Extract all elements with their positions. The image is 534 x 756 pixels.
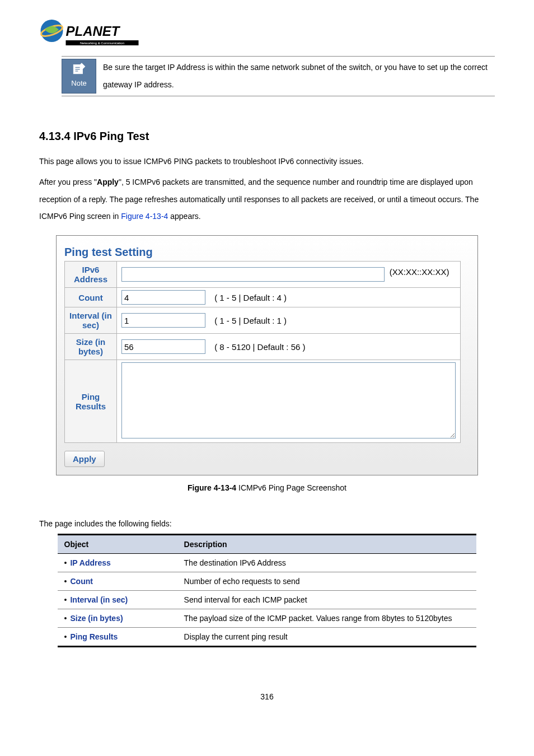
planet-logo: PLANET Networking & Communication	[39, 17, 146, 50]
intro-2a: After you press "	[39, 178, 97, 186]
field-description: The payload size of the ICMP packet. Val…	[177, 609, 477, 628]
figure-caption: Figure 4-13-4 ICMPv6 Ping Page Screensho…	[39, 483, 495, 492]
field-description: Display the current ping result	[177, 628, 477, 647]
input-ipv6-address[interactable]	[121, 267, 385, 282]
fields-row: •Ping Results Display the current ping r…	[58, 628, 477, 647]
fields-table: Object Description •IP Address The desti…	[58, 534, 477, 647]
hint-size: ( 8 - 5120 | Default : 56 )	[214, 342, 305, 352]
fields-row: •Count Number of echo requests to send	[58, 572, 477, 591]
bullet-icon: •	[64, 595, 67, 604]
label-size: Size (in bytes)	[65, 334, 117, 360]
fields-row: •Interval (in sec) Send interval for eac…	[58, 591, 477, 609]
textarea-results[interactable]	[121, 362, 456, 438]
fields-header-object: Object	[58, 535, 177, 554]
note-badge: Note	[62, 59, 96, 94]
intro-2-bold: Apply	[97, 178, 119, 186]
logo-tagline-text: Networking & Communication	[80, 41, 124, 45]
field-object: Size (in bytes)	[70, 614, 123, 623]
row-results: Ping Results	[65, 360, 461, 443]
row-ipv6-address: IPv6 Address (XX:XX::XX:XX)	[65, 262, 461, 288]
bullet-icon: •	[64, 577, 67, 586]
bullet-icon: •	[64, 558, 67, 567]
logo-area: PLANET Networking & Communication	[39, 17, 495, 50]
page-number: 316	[39, 692, 495, 701]
section-heading: 4.13.4 IPv6 Ping Test	[39, 130, 495, 143]
input-count[interactable]	[121, 290, 205, 305]
row-size: Size (in bytes) ( 8 - 5120 | Default : 5…	[65, 334, 461, 360]
fields-row: •IP Address The destination IPv6 Address	[58, 554, 477, 572]
row-interval: Interval (in sec) ( 1 - 5 | Default : 1 …	[65, 307, 461, 334]
hint-ipv6-address: (XX:XX::XX:XX)	[390, 267, 449, 277]
intro-2c: appears.	[168, 212, 200, 221]
field-object: Count	[70, 577, 92, 586]
logo-brand-text: PLANET	[66, 24, 121, 39]
note-text: Be sure the target IP Address is within …	[103, 59, 495, 94]
field-description: The destination IPv6 Address	[177, 554, 477, 572]
apply-button[interactable]: Apply	[64, 451, 105, 467]
input-size[interactable]	[121, 339, 205, 354]
fields-row: •Size (in bytes) The payload size of the…	[58, 609, 477, 628]
bullet-icon: •	[64, 614, 67, 623]
label-count: Count	[65, 288, 117, 307]
field-object: Interval (in sec)	[70, 595, 128, 604]
note-icon	[71, 61, 87, 76]
row-count: Count ( 1 - 5 | Default : 4 )	[65, 288, 461, 307]
figure-link: Figure 4-13-4	[121, 212, 168, 221]
note-block: Note Be sure the target IP Address is wi…	[62, 56, 495, 96]
screenshot-title: Ping test Setting	[64, 246, 477, 259]
fields-intro: The page includes the following fields:	[39, 519, 495, 528]
note-label: Note	[71, 76, 86, 92]
bullet-icon: •	[64, 632, 67, 641]
figure-caption-rest: ICMPv6 Ping Page Screenshot	[236, 483, 346, 492]
label-interval: Interval (in sec)	[65, 307, 117, 334]
hint-interval: ( 1 - 5 | Default : 1 )	[214, 316, 287, 325]
screenshot-box: Ping test Setting IPv6 Address (XX:XX::X…	[56, 235, 478, 475]
intro-paragraph-1: This page allows you to issue ICMPv6 PIN…	[39, 153, 495, 170]
field-description: Number of echo requests to send	[177, 572, 477, 591]
intro-paragraph-2: After you press "Apply", 5 ICMPv6 packet…	[39, 174, 495, 225]
field-object: Ping Results	[70, 632, 118, 641]
fields-header-row: Object Description	[58, 535, 477, 554]
ping-settings-table: IPv6 Address (XX:XX::XX:XX) Count ( 1 - …	[64, 261, 461, 443]
fields-header-description: Description	[177, 535, 477, 554]
label-ipv6-address: IPv6 Address	[65, 262, 117, 288]
field-object: IP Address	[70, 558, 110, 567]
label-results: Ping Results	[65, 360, 117, 443]
field-description: Send interval for each ICMP packet	[177, 591, 477, 609]
figure-caption-bold: Figure 4-13-4	[188, 483, 236, 492]
hint-count: ( 1 - 5 | Default : 4 )	[214, 293, 287, 302]
input-interval[interactable]	[121, 313, 205, 328]
